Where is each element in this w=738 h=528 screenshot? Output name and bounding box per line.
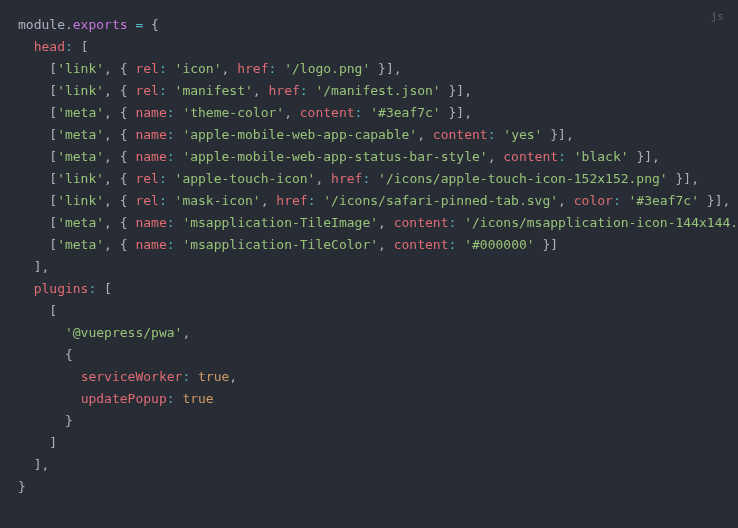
- code-block: js module.exports = { head: [ ['link', {…: [0, 0, 738, 516]
- code-pre: module.exports = { head: [ ['link', { re…: [18, 14, 720, 498]
- language-label: js: [711, 6, 724, 28]
- code-content: module.exports = { head: [ ['link', { re…: [18, 17, 738, 494]
